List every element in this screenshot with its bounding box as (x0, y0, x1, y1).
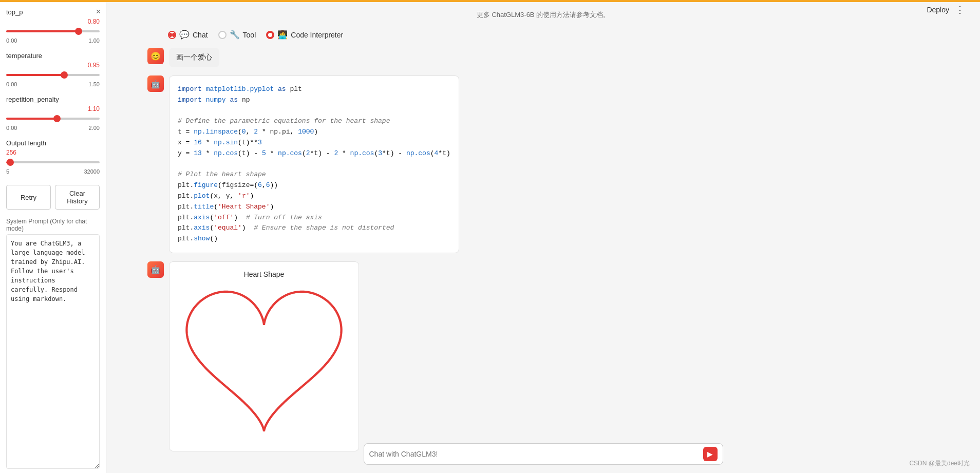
watermark: CSDN @最美dee时光 (909, 459, 970, 468)
chat-label: Chat (193, 31, 208, 39)
user-avatar: 😊 (147, 48, 164, 64)
temperature-section: temperature 0.95 0.00 1.50 (6, 52, 100, 87)
temperature-slider-container (6, 70, 100, 80)
code-line-4: t = np.linspace(0, 2 * np.pi, 1000) (178, 127, 450, 138)
output-length-section: Output length 256 5 32000 (6, 139, 100, 175)
code-line-12: plt.axis('equal') # Ensure the shape is … (178, 223, 450, 234)
output-length-slider-container (6, 157, 100, 167)
repetition-penalty-section: repetition_penalty 1.10 0.00 2.00 (6, 96, 100, 131)
code-line-11: plt.axis('off') # Turn off the axis (178, 213, 450, 223)
chat-icon: 💬 (179, 30, 190, 40)
system-prompt-section: System Prompt (Only for chat mode) (6, 218, 100, 469)
assistant-image-message: 🤖 Heart Shape (147, 261, 939, 451)
mode-chat[interactable]: 💬 Chat (168, 30, 208, 40)
code-interpreter-label: Code Interpreter (291, 31, 343, 39)
code-line-2: import numpy as np (178, 95, 450, 106)
tool-radio[interactable] (218, 31, 227, 39)
tool-label: Tool (243, 31, 256, 39)
code-line-blank2 (178, 159, 450, 170)
top-p-slider-container (6, 26, 100, 36)
menu-dots-icon[interactable]: ⋮ (955, 4, 965, 15)
repetition-penalty-value: 1.10 (88, 105, 100, 112)
output-length-label: Output length (6, 139, 100, 147)
main-content: 更多 ChatGLM3-6B 的使用方法请参考文档。 💬 Chat 🔧 Tool… (106, 2, 980, 473)
temperature-minmax: 0.00 1.50 (6, 81, 100, 87)
code-line-blank1 (178, 106, 450, 117)
info-bar: 更多 ChatGLM3-6B 的使用方法请参考文档。 (106, 6, 980, 26)
temperature-slider[interactable] (6, 74, 100, 76)
chat-area: 😊 画一个爱心 🤖 import matplotlib.pyplot as pl… (106, 48, 980, 473)
code-line-1: import matplotlib.pyplot as plt (178, 84, 450, 95)
output-length-minmax: 5 32000 (6, 168, 100, 175)
code-interpreter-icon: 👩‍💻 (277, 30, 288, 40)
chat-input-container: ▶ (364, 443, 723, 465)
code-line-10: plt.title('Heart Shape') (178, 202, 450, 213)
chat-input[interactable] (369, 450, 699, 458)
user-bubble: 画一个爱心 (169, 48, 219, 67)
code-block: import matplotlib.pyplot as plt import n… (169, 75, 459, 253)
output-length-slider[interactable] (6, 161, 100, 163)
image-title: Heart Shape (182, 270, 346, 278)
repetition-penalty-slider-container (6, 113, 100, 124)
mode-tool[interactable]: 🔧 Tool (218, 30, 256, 40)
clear-history-button[interactable]: ClearHistory (55, 185, 100, 210)
mode-code-interpreter[interactable]: 👩‍💻 Code Interpreter (266, 30, 343, 40)
top-p-section: top_p 0.80 0.00 1.00 (6, 8, 100, 44)
tool-icon: 🔧 (230, 30, 240, 40)
chat-input-wrapper: ▶ (106, 443, 980, 465)
top-p-value: 0.80 (88, 18, 100, 25)
user-message: 😊 画一个爱心 (147, 48, 939, 67)
code-line-3: # Define the parametric equations for th… (178, 116, 450, 127)
top-p-minmax: 0.00 1.00 (6, 37, 100, 44)
sidebar: × top_p 0.80 0.00 1.00 temperature 0.95 … (0, 2, 106, 473)
top-p-label: top_p (6, 8, 100, 16)
code-line-13: plt.show() (178, 234, 450, 244)
retry-button[interactable]: Retry (6, 185, 51, 210)
heart-shape-svg (182, 285, 346, 439)
code-interpreter-radio[interactable] (266, 31, 274, 39)
send-button[interactable]: ▶ (703, 447, 718, 461)
assistant-avatar-2: 🤖 (147, 261, 164, 278)
temperature-label: temperature (6, 52, 100, 60)
repetition-penalty-label: repetition_penalty (6, 96, 100, 103)
repetition-penalty-minmax: 0.00 2.00 (6, 125, 100, 131)
code-line-8: plt.figure(figsize=(6,6)) (178, 180, 450, 191)
button-row: Retry ClearHistory (6, 185, 100, 210)
top-p-slider[interactable] (6, 30, 100, 32)
image-block: Heart Shape (169, 261, 359, 451)
code-line-9: plt.plot(x, y, 'r') (178, 191, 450, 202)
close-button[interactable]: × (96, 7, 101, 16)
top-gradient-bar (0, 0, 980, 2)
mode-selector: 💬 Chat 🔧 Tool 👩‍💻 Code Interpreter (106, 26, 980, 48)
chat-radio[interactable] (168, 31, 176, 39)
temperature-value: 0.95 (88, 62, 100, 69)
code-line-7: # Plot the heart shape (178, 169, 450, 180)
system-prompt-textarea[interactable] (6, 234, 100, 469)
code-line-6: y = 13 * np.cos(t) - 5 * np.cos(2*t) - 2… (178, 148, 450, 159)
output-length-value: 256 (6, 149, 100, 156)
repetition-penalty-slider[interactable] (6, 118, 100, 120)
assistant-code-message: 🤖 import matplotlib.pyplot as plt import… (147, 75, 939, 253)
code-line-5: x = 16 * np.sin(t)**3 (178, 138, 450, 148)
system-prompt-label: System Prompt (Only for chat mode) (6, 218, 100, 232)
assistant-avatar-1: 🤖 (147, 75, 164, 92)
deploy-button[interactable]: Deploy (927, 6, 949, 14)
deploy-area: Deploy ⋮ (927, 4, 965, 15)
